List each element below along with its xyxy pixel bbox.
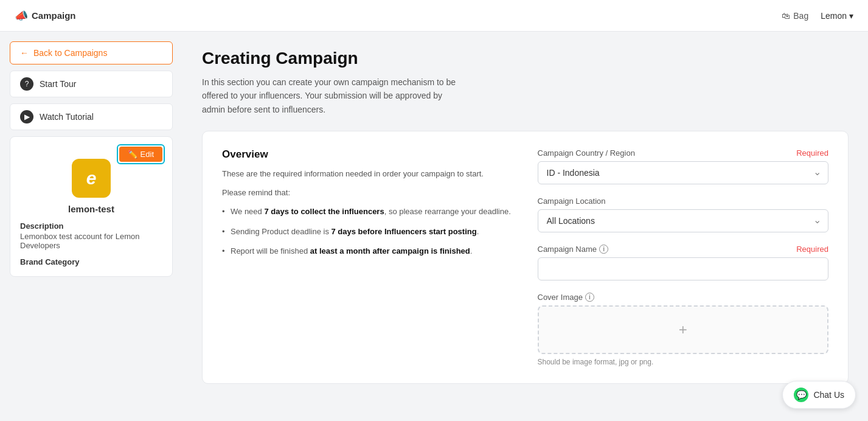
description-value: Lemonbox test account for Lemon Develope… [20, 232, 162, 250]
chat-us-button[interactable]: 💬 Chat Us [782, 381, 856, 409]
campaign-name-input[interactable] [538, 257, 829, 280]
overview-intro: These are the required information neede… [222, 168, 513, 181]
campaign-name-info-icon: i [599, 245, 608, 254]
user-menu[interactable]: Lemon ▾ [821, 11, 853, 21]
overview-item-3: Report will be finished at least a month… [222, 245, 513, 258]
header-logo[interactable]: 📣 Campaign [15, 9, 76, 23]
cover-image-section: Cover Image i + Should be image format, … [538, 293, 829, 366]
edit-btn-wrapper: ✏️ Edit [117, 144, 165, 164]
start-tour-label: Start Tour [40, 79, 76, 89]
bag-icon: 🛍 [782, 11, 790, 21]
pencil-icon: ✏️ [128, 150, 137, 159]
user-name: Lemon [821, 11, 847, 21]
brand-card: ✏️ Edit e lemon-test Description Lemonbo… [10, 136, 173, 277]
brand-logo-letter: e [86, 168, 97, 189]
brand-name: lemon-test [68, 204, 114, 214]
brand-logo: e [72, 159, 111, 198]
campaign-name-required: Required [796, 245, 828, 254]
brand-category-label: Brand Category [20, 257, 80, 266]
edit-button[interactable]: ✏️ Edit [119, 147, 162, 162]
cover-image-info-icon: i [585, 293, 594, 302]
country-required: Required [796, 148, 828, 158]
overview-section: Overview These are the required informat… [222, 148, 513, 366]
form-card: Overview These are the required informat… [202, 131, 849, 384]
layout: ← Back to Campaigns ? Start Tour ▶ Watch… [0, 32, 868, 421]
country-label-row: Campaign Country / Region Required [538, 148, 829, 158]
location-label-row: Campaign Location [538, 197, 829, 206]
overview-remind: Please remind that: [222, 187, 513, 200]
header-logo-text: Campaign [32, 10, 76, 21]
back-to-campaigns-button[interactable]: ← Back to Campaigns [10, 41, 173, 64]
campaign-name-label-row: Campaign Name i Required [538, 245, 829, 254]
country-select-wrapper: ID - Indonesia MY - Malaysia SG - Singap… [538, 161, 829, 184]
location-select[interactable]: All Locations Jakarta Surabaya Bandung [538, 209, 829, 232]
watch-tutorial-button[interactable]: ▶ Watch Tutorial [10, 103, 173, 130]
back-arrow-icon: ← [20, 48, 29, 58]
back-label: Back to Campaigns [33, 48, 107, 58]
header: 📣 Campaign 🛍 Bag Lemon ▾ [0, 0, 868, 32]
page-description: In this section you can create your own … [202, 75, 457, 116]
country-field-group: Campaign Country / Region Required ID - … [538, 148, 829, 184]
cover-label-row: Cover Image i [538, 293, 829, 302]
chevron-down-icon: ▾ [849, 11, 853, 21]
whatsapp-icon: 💬 [794, 388, 808, 402]
chat-us-label: Chat Us [813, 390, 844, 400]
campaign-icon: 📣 [15, 9, 28, 23]
upload-plus-icon: + [679, 321, 687, 338]
question-icon: ? [20, 77, 33, 91]
overview-list: We need 7 days to collect the influencer… [222, 206, 513, 258]
main-content: Creating Campaign In this section you ca… [182, 32, 868, 421]
sidebar: ← Back to Campaigns ? Start Tour ▶ Watch… [0, 32, 182, 421]
cover-image-upload[interactable]: + [538, 305, 829, 354]
header-right: 🛍 Bag Lemon ▾ [782, 11, 853, 21]
country-label: Campaign Country / Region [538, 148, 635, 158]
play-icon: ▶ [20, 110, 33, 124]
overview-item-1: We need 7 days to collect the influencer… [222, 206, 513, 218]
watch-tutorial-label: Watch Tutorial [40, 112, 94, 122]
description-label: Description [20, 221, 64, 231]
bag-button[interactable]: 🛍 Bag [782, 11, 808, 21]
campaign-name-field-group: Campaign Name i Required [538, 245, 829, 280]
campaign-name-label: Campaign Name i [538, 245, 609, 254]
cover-image-hint: Should be image format, jpg or png. [538, 358, 829, 366]
location-label: Campaign Location [538, 197, 606, 206]
location-field-group: Campaign Location All Locations Jakarta … [538, 197, 829, 232]
form-fields: Campaign Country / Region Required ID - … [538, 148, 829, 366]
start-tour-button[interactable]: ? Start Tour [10, 71, 173, 97]
country-select[interactable]: ID - Indonesia MY - Malaysia SG - Singap… [538, 161, 829, 184]
cover-image-label: Cover Image [538, 293, 583, 302]
bag-label: Bag [793, 11, 808, 21]
edit-label: Edit [141, 150, 154, 159]
location-select-wrapper: All Locations Jakarta Surabaya Bandung [538, 209, 829, 232]
page-title: Creating Campaign [202, 49, 849, 68]
overview-item-2: Sending Product deadline is 7 days befor… [222, 226, 513, 238]
overview-title: Overview [222, 148, 513, 161]
